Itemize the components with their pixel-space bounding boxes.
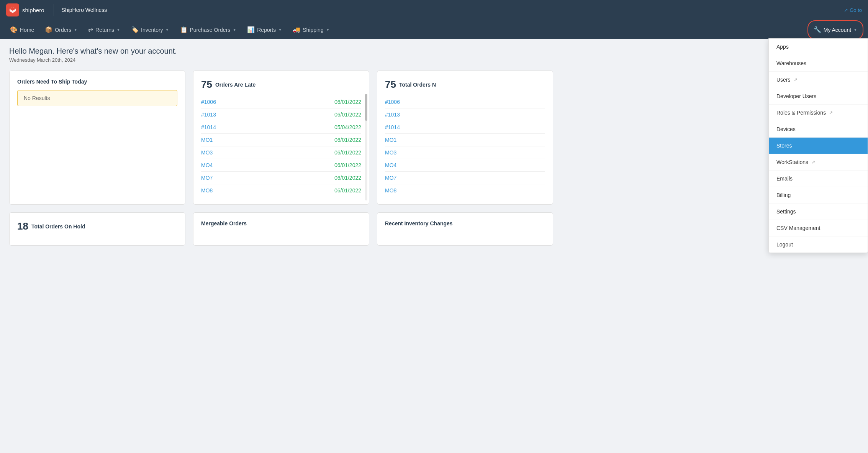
list-item: MO7 06/01/2022 bbox=[201, 172, 361, 184]
dropdown-item-devices[interactable]: Devices bbox=[769, 121, 868, 138]
dropdown-roles-permissions-label: Roles & Permissions bbox=[776, 110, 826, 116]
greeting-date: Wednesday March 20th, 2024 bbox=[9, 57, 859, 63]
order-date: 06/01/2022 bbox=[334, 137, 361, 143]
order-link[interactable]: MO3 bbox=[201, 149, 213, 156]
order-link[interactable]: #1014 bbox=[385, 124, 400, 130]
dropdown-item-warehouses[interactable]: Warehouses bbox=[769, 55, 868, 72]
order-link[interactable]: MO4 bbox=[385, 162, 396, 168]
order-date: 06/01/2022 bbox=[334, 149, 361, 156]
total-orders-hold-card: 18 Total Orders On Hold bbox=[9, 212, 185, 246]
purchase-orders-chevron: ▼ bbox=[233, 28, 236, 32]
dropdown-item-developer-users[interactable]: Developer Users bbox=[769, 88, 868, 105]
recent-inventory-card: Recent Inventory Changes bbox=[377, 212, 553, 246]
order-date: 06/01/2022 bbox=[334, 175, 361, 181]
home-icon: 🎨 bbox=[10, 26, 18, 33]
main-content: Hello Megan. Here's what's new on your a… bbox=[0, 39, 868, 253]
order-link[interactable]: #1013 bbox=[201, 112, 216, 118]
list-item: MO7 bbox=[385, 172, 545, 184]
dropdown-logout-label: Logout bbox=[776, 241, 793, 248]
list-item: #1006 06/01/2022 bbox=[201, 96, 361, 108]
dropdown-warehouses-label: Warehouses bbox=[776, 60, 806, 66]
company-name: ShipHero Wellness bbox=[62, 7, 107, 13]
greeting-title: Hello Megan. Here's what's new on your a… bbox=[9, 47, 859, 56]
order-link[interactable]: #1014 bbox=[201, 124, 216, 130]
list-item: MO4 06/01/2022 bbox=[201, 159, 361, 172]
orders-icon: 📦 bbox=[45, 26, 52, 33]
list-item: #1013 06/01/2022 bbox=[201, 108, 361, 121]
scroll-thumb bbox=[365, 94, 367, 121]
total-orders-hold-title: Total Orders On Hold bbox=[31, 223, 85, 230]
nav-reports[interactable]: 📊 Reports ▼ bbox=[242, 20, 287, 39]
inventory-icon: 🏷️ bbox=[131, 26, 139, 33]
dropdown-item-emails[interactable]: Emails bbox=[769, 171, 868, 187]
mergeable-orders-card: Mergeable Orders bbox=[193, 212, 369, 246]
nav-my-account[interactable]: 🔧 My Account ▼ bbox=[807, 20, 863, 39]
order-link[interactable]: MO8 bbox=[201, 187, 213, 194]
nav-orders[interactable]: 📦 Orders ▼ bbox=[39, 20, 83, 39]
dropdown-item-workstations[interactable]: WorkStations ↗ bbox=[769, 154, 868, 171]
list-item: #1014 bbox=[385, 121, 545, 134]
returns-chevron: ▼ bbox=[116, 28, 120, 32]
order-link[interactable]: #1006 bbox=[385, 99, 400, 105]
nav-shipping-label: Shipping bbox=[303, 27, 324, 33]
orders-late-header: 75 Orders Are Late bbox=[201, 79, 361, 90]
order-link[interactable]: #1013 bbox=[385, 112, 400, 118]
list-item: MO4 bbox=[385, 159, 545, 172]
dropdown-item-settings[interactable]: Settings bbox=[769, 204, 868, 220]
order-link[interactable]: MO8 bbox=[385, 187, 396, 194]
nav-home[interactable]: 🎨 Home bbox=[5, 20, 39, 39]
orders-late-list: #1006 06/01/2022 #1013 06/01/2022 #1014 … bbox=[201, 96, 361, 197]
orders-chevron: ▼ bbox=[74, 28, 77, 32]
nav-returns-label: Returns bbox=[95, 27, 114, 33]
recent-inventory-title: Recent Inventory Changes bbox=[385, 220, 545, 226]
nav-returns[interactable]: ⇄ Returns ▼ bbox=[83, 20, 126, 39]
dropdown-settings-label: Settings bbox=[776, 208, 796, 215]
dropdown-devices-label: Devices bbox=[776, 126, 796, 132]
cards-row: Orders Need To Ship Today No Results 75 … bbox=[9, 71, 859, 205]
total-orders-header: 75 Total Orders N bbox=[385, 79, 545, 90]
inventory-chevron: ▼ bbox=[165, 28, 169, 32]
list-item: MO1 06/01/2022 bbox=[201, 134, 361, 146]
nav-shipping[interactable]: 🚚 Shipping ▼ bbox=[287, 20, 335, 39]
dropdown-item-csv-management[interactable]: CSV Management bbox=[769, 220, 868, 236]
order-link[interactable]: MO7 bbox=[201, 175, 213, 181]
order-date: 06/01/2022 bbox=[334, 187, 361, 194]
shiphero-logo-icon bbox=[6, 3, 19, 16]
orders-late-card: 75 Orders Are Late #1006 06/01/2022 #101… bbox=[193, 71, 369, 205]
dropdown-item-stores[interactable]: Stores bbox=[769, 138, 868, 154]
scroll-track[interactable] bbox=[365, 94, 367, 200]
nav-inventory-label: Inventory bbox=[141, 27, 163, 33]
navbar: 🎨 Home 📦 Orders ▼ ⇄ Returns ▼ 🏷️ Invento… bbox=[0, 20, 868, 39]
dropdown-item-billing[interactable]: Billing bbox=[769, 187, 868, 204]
goto-link[interactable]: ↗ Go to bbox=[844, 7, 862, 13]
nav-reports-label: Reports bbox=[257, 27, 276, 33]
dropdown-item-users[interactable]: Users ↗ bbox=[769, 72, 868, 88]
purchase-orders-icon: 📋 bbox=[180, 26, 188, 33]
logo-text: shiphero bbox=[22, 7, 44, 13]
order-link[interactable]: MO1 bbox=[201, 137, 213, 143]
list-item: MO1 bbox=[385, 134, 545, 146]
external-link-icon: ↗ bbox=[829, 110, 833, 115]
order-link[interactable]: MO1 bbox=[385, 137, 396, 143]
logo-area: shiphero bbox=[6, 3, 44, 16]
list-item: #1014 05/04/2022 bbox=[201, 121, 361, 134]
my-account-chevron: ▼ bbox=[853, 28, 857, 32]
total-orders-count: 75 bbox=[385, 79, 396, 90]
dropdown-item-apps[interactable]: Apps bbox=[769, 39, 868, 55]
dropdown-item-logout[interactable]: Logout bbox=[769, 236, 868, 253]
reports-chevron: ▼ bbox=[278, 28, 282, 32]
mergeable-orders-title: Mergeable Orders bbox=[201, 220, 361, 226]
total-orders-hold-count: 18 bbox=[17, 220, 28, 232]
dropdown-item-roles-permissions[interactable]: Roles & Permissions ↗ bbox=[769, 105, 868, 121]
orders-need-ship-title: Orders Need To Ship Today bbox=[17, 79, 177, 85]
nav-purchase-orders[interactable]: 📋 Purchase Orders ▼ bbox=[175, 20, 242, 39]
nav-separator bbox=[54, 4, 54, 16]
my-account-icon: 🔧 bbox=[814, 26, 821, 33]
order-link[interactable]: MO7 bbox=[385, 175, 396, 181]
nav-inventory[interactable]: 🏷️ Inventory ▼ bbox=[126, 20, 175, 39]
order-link[interactable]: MO4 bbox=[201, 162, 213, 168]
order-link[interactable]: MO3 bbox=[385, 149, 396, 156]
order-link[interactable]: #1006 bbox=[201, 99, 216, 105]
order-date: 06/01/2022 bbox=[334, 112, 361, 118]
list-item: MO3 bbox=[385, 146, 545, 159]
